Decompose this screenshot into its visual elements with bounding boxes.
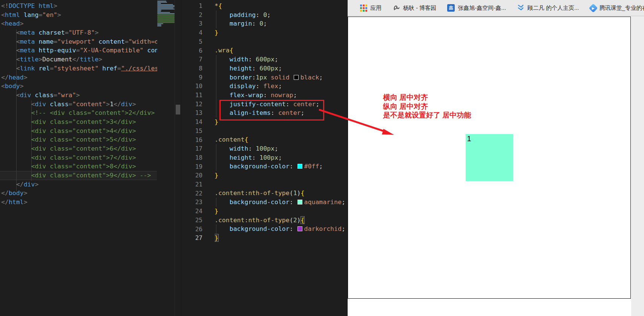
line-number: 5 (187, 37, 202, 46)
scrollbar-track[interactable] (175, 0, 181, 316)
minimap-line (157, 19, 175, 20)
minimap-line (157, 26, 161, 26)
code-line[interactable]: background-color: aquamarine; (215, 198, 348, 207)
minimap[interactable] (157, 1, 175, 27)
code-line[interactable]: display: flex; (215, 82, 348, 91)
code-line[interactable]: <div class="content">8</div> (1, 162, 157, 171)
minimap-line (157, 14, 175, 15)
code-line[interactable]: <title>Document</title> (1, 55, 157, 64)
bookmark-label: 杨耿 - 博客园 (403, 5, 436, 12)
scrollbar-thumb[interactable] (176, 105, 180, 114)
line-number: 2 (187, 11, 202, 20)
tencent-classroom-icon: ▶ (589, 3, 598, 12)
bookmark-item[interactable]: ▶腾讯课堂_专业的在... (590, 5, 644, 12)
line-number: 20 (187, 171, 202, 180)
code-line[interactable]: } (215, 234, 348, 243)
code-line[interactable]: padding: 0; (215, 11, 348, 20)
bookmark-label: 顾二凡 的个人主页... (527, 5, 579, 12)
line-number: 12 (187, 100, 202, 109)
line-number: 21 (187, 180, 202, 189)
code-line[interactable]: height: 600px; (215, 64, 348, 73)
code-line[interactable]: </div> (1, 180, 157, 189)
line-number: 8 (187, 64, 202, 73)
line-number: 24 (187, 207, 202, 216)
minimap-line (157, 5, 175, 6)
html-editor-pane[interactable]: <!DOCTYPE html><html lang="en"><head> <m… (0, 0, 181, 316)
css-code: *{ padding: 0; margin: 0;}.wra{ width: 6… (215, 2, 348, 243)
code-line[interactable] (215, 180, 348, 189)
minimap-line (157, 12, 170, 13)
code-line[interactable]: width: 600px; (215, 55, 348, 64)
code-line[interactable]: background-color: #0ff; (215, 162, 348, 171)
code-line[interactable]: <div class="content">1</div> (1, 100, 157, 109)
minimap-line (157, 8, 173, 8)
code-line[interactable]: } (215, 207, 348, 216)
browser-window: 应用杨耿 - 博客园鑫张鑫旭-鑫空间-鑫...顾二凡 的个人主页...▶腾讯课堂… (348, 0, 644, 316)
code-line[interactable]: <div class="content">9</div> --> (1, 171, 157, 180)
browser-scrollbar-gutter[interactable] (631, 16, 644, 316)
code-line[interactable]: background-color: darkorchid; (215, 224, 348, 234)
code-line[interactable]: } (215, 28, 348, 37)
minimap-line (157, 24, 161, 25)
line-number: 14 (187, 118, 202, 127)
code-line[interactable]: </head> (1, 73, 157, 82)
css-editor-pane[interactable]: 1234567891011121314151617181920212223242… (181, 0, 348, 316)
line-number: 3 (187, 19, 202, 28)
xin-favicon: 鑫 (447, 4, 455, 12)
code-line[interactable]: <head> (1, 19, 157, 28)
code-line[interactable]: height: 100px; (215, 153, 348, 162)
code-line[interactable]: <div class="content">7</div> (1, 153, 157, 162)
code-line[interactable]: <div class="wra"> (1, 91, 157, 100)
minimap-line (157, 18, 175, 18)
code-line[interactable]: <div class="content">6</div> (1, 144, 157, 153)
code-line[interactable]: <!DOCTYPE html> (1, 2, 157, 11)
bookmark-item[interactable]: 鑫张鑫旭-鑫空间-鑫... (447, 4, 506, 12)
line-number: 16 (187, 136, 202, 145)
minimap-line (157, 22, 175, 23)
code-line[interactable]: </html> (1, 198, 157, 207)
color-swatch (297, 226, 302, 231)
minimap-line (157, 3, 161, 4)
code-line[interactable]: <meta charset="UTF-8"> (1, 28, 157, 37)
annotation-line: 纵向 居中对齐 (383, 102, 471, 111)
annotation-line: 横向 居中对齐 (383, 93, 471, 102)
code-line[interactable]: .content:nth-of-type(2){ (215, 216, 348, 225)
code-line[interactable]: <div class="content">4</div> (1, 127, 157, 136)
code-line[interactable]: <body> (1, 82, 157, 91)
minimap-line (157, 10, 161, 11)
line-number: 17 (187, 144, 202, 153)
annotation-text: 横向 居中对齐纵向 居中对齐是不是就设置好了 居中功能 (383, 93, 471, 120)
bookmark-label: 应用 (370, 5, 382, 12)
code-line[interactable]: .content{ (215, 135, 348, 144)
code-line[interactable]: flex-wrap: nowrap; (215, 91, 348, 100)
code-line[interactable]: } (215, 171, 348, 180)
code-line[interactable]: <div class="content">3</div> (1, 118, 157, 127)
html-code: <!DOCTYPE html><html lang="en"><head> <m… (1, 2, 157, 207)
code-line[interactable]: .wra{ (215, 46, 348, 55)
code-line[interactable]: <meta name="viewport" content="width=dev (1, 37, 157, 46)
code-line[interactable] (215, 127, 348, 136)
code-line[interactable]: <meta http-equiv="X-UA-Compatible" conte (1, 46, 157, 55)
code-line[interactable]: *{ (215, 2, 348, 11)
line-number: 11 (187, 91, 202, 100)
code-line[interactable]: </body> (1, 189, 157, 198)
line-number: 7 (187, 55, 202, 64)
code-line[interactable]: width: 100px; (215, 144, 348, 153)
code-line[interactable]: <div class="content">5</div> (1, 135, 157, 144)
code-line[interactable]: <link rel="stylesheet" href="./css/les2 (1, 64, 157, 73)
minimap-line (157, 4, 173, 5)
color-swatch (294, 75, 299, 80)
line-number: 1 (187, 2, 202, 11)
code-line[interactable]: <!-- <div class="content">2</div> (1, 108, 157, 118)
code-line[interactable]: border:1px solid black; (215, 73, 348, 82)
bookmark-item[interactable]: 应用 (360, 5, 382, 12)
code-line[interactable]: .content:nth-of-type(1){ (215, 189, 348, 198)
bookmark-item[interactable]: 顾二凡 的个人主页... (517, 4, 579, 12)
minimap-line (157, 11, 161, 12)
code-line[interactable] (215, 37, 348, 46)
code-line[interactable]: margin: 0; (215, 19, 348, 28)
line-number: 13 (187, 108, 202, 118)
code-line[interactable]: <html lang="en"> (1, 11, 157, 20)
line-number: 19 (187, 162, 202, 171)
bookmark-item[interactable]: 杨耿 - 博客园 (393, 4, 436, 12)
